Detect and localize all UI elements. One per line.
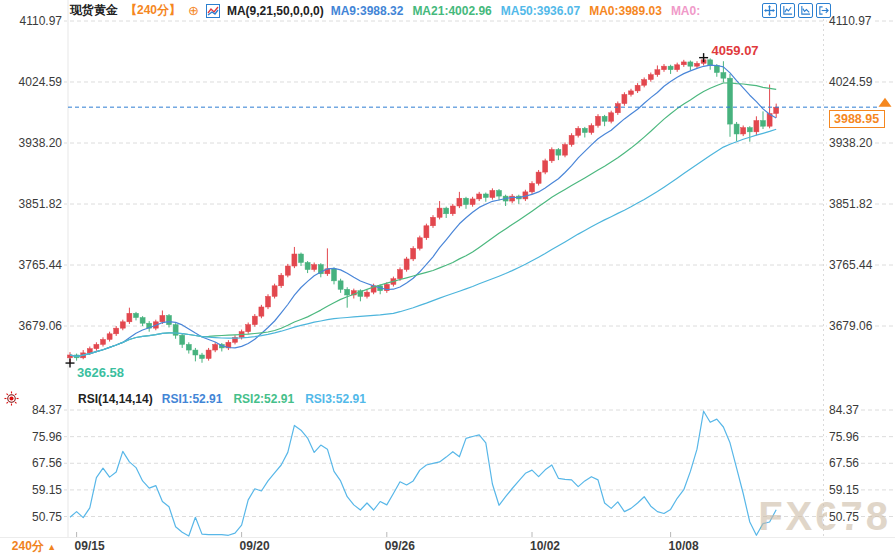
y-axis-label: 4110.97 xyxy=(827,14,874,28)
ma-value-label: MA0: xyxy=(671,4,700,18)
timeframe-tab-label: 240分 xyxy=(12,539,44,553)
candlestick-series xyxy=(68,58,779,363)
y-axis-label: 67.56 xyxy=(827,456,861,470)
interval-label[interactable]: 【240分】 xyxy=(125,2,181,19)
y-axis-label: 50.75 xyxy=(827,510,861,524)
y-axis-label: 67.56 xyxy=(0,456,64,470)
y-axis-label: 4110.97 xyxy=(0,14,64,28)
y-axis-label: 3765.44 xyxy=(0,258,64,272)
price-arrow-icon xyxy=(879,98,892,107)
fx678-watermark: FX678 xyxy=(758,494,891,539)
ma21-line xyxy=(70,83,776,357)
x-axis-date-label: 10/02 xyxy=(530,539,560,553)
y-axis-label: 3765.44 xyxy=(827,258,874,272)
y-axis-label: 84.37 xyxy=(827,403,861,417)
ma-value-label: MA50:3936.07 xyxy=(501,4,580,18)
rsi-value-label: RSI1:52.91 xyxy=(162,392,223,406)
rsi-settings-label[interactable]: RSI(14,14,14) xyxy=(78,392,153,406)
chart-zoom-out-icon[interactable] xyxy=(798,3,813,18)
y-axis-label: 59.15 xyxy=(827,483,861,497)
rsi-line xyxy=(70,411,776,536)
last-price-tag: 3988.95 xyxy=(829,110,885,128)
y-axis-label: 3938.20 xyxy=(827,136,874,150)
main-chart-canvas[interactable] xyxy=(0,0,895,553)
rsi-value-label: RSI3:52.91 xyxy=(305,392,366,406)
y-axis-label: 75.96 xyxy=(0,430,64,444)
timeframe-tab[interactable]: 240分 ▲ xyxy=(0,538,68,553)
gridlines xyxy=(0,0,893,553)
ma-value-label: MA21:4002.96 xyxy=(412,4,491,18)
ma9-line xyxy=(70,65,776,356)
triangle-up-icon: ▲ xyxy=(47,542,56,552)
alert-sun-icon[interactable] xyxy=(4,391,19,406)
ma-value-label: MA0:3989.03 xyxy=(589,4,662,18)
ma-settings-label[interactable]: MA(9,21,50,0,0,0) xyxy=(227,4,324,18)
expand-circle-plus-icon[interactable]: ⊕ xyxy=(188,4,199,17)
chart-zoom-in-icon[interactable] xyxy=(780,3,795,18)
rsi-value-label: RSI2:52.91 xyxy=(233,392,294,406)
indicator-chart-icon[interactable] xyxy=(206,4,220,18)
y-axis-label: 3851.82 xyxy=(827,197,874,211)
y-axis-label: 50.75 xyxy=(0,510,64,524)
high-price-label: 4059.07 xyxy=(712,43,759,58)
y-axis-label: 75.96 xyxy=(827,430,861,444)
symbol-name: 现货黄金 xyxy=(70,2,118,19)
x-axis-date-label: 09/20 xyxy=(240,539,270,553)
y-axis-label: 3679.06 xyxy=(827,319,874,333)
y-axis-label: 3851.82 xyxy=(0,197,64,211)
exit-fullscreen-icon[interactable] xyxy=(816,3,831,18)
chart-window: 现货黄金 【240分】 ⊕ MA(9,21,50,0,0,0) MA9:3988… xyxy=(0,0,895,553)
move-icon[interactable] xyxy=(762,3,777,18)
y-axis-label: 3938.20 xyxy=(0,136,64,150)
rsi-values-row: RSI1:52.91RSI2:52.91RSI3:52.91 xyxy=(162,392,366,406)
y-axis-label: 4024.59 xyxy=(827,75,874,89)
ma-value-label: MA9:3988.32 xyxy=(331,4,404,18)
y-axis-label: 59.15 xyxy=(0,483,64,497)
y-axis-label: 3679.06 xyxy=(0,319,64,333)
x-axis-date-label: 09/15 xyxy=(75,539,105,553)
x-axis-date-label: 09/26 xyxy=(385,539,415,553)
rsi-header: RSI(14,14,14) RSI1:52.91RSI2:52.91RSI3:5… xyxy=(4,391,366,406)
x-axis-date-label: 10/08 xyxy=(669,539,699,553)
chart-toolbar xyxy=(762,3,831,18)
y-axis-label: 4024.59 xyxy=(0,75,64,89)
low-price-label: 3626.58 xyxy=(77,365,124,380)
ma-values-row: MA9:3988.32MA21:4002.96MA50:3936.07MA0:3… xyxy=(331,4,701,18)
chart-header: 现货黄金 【240分】 ⊕ MA(9,21,50,0,0,0) MA9:3988… xyxy=(70,3,700,18)
time-axis-bar xyxy=(0,537,895,553)
